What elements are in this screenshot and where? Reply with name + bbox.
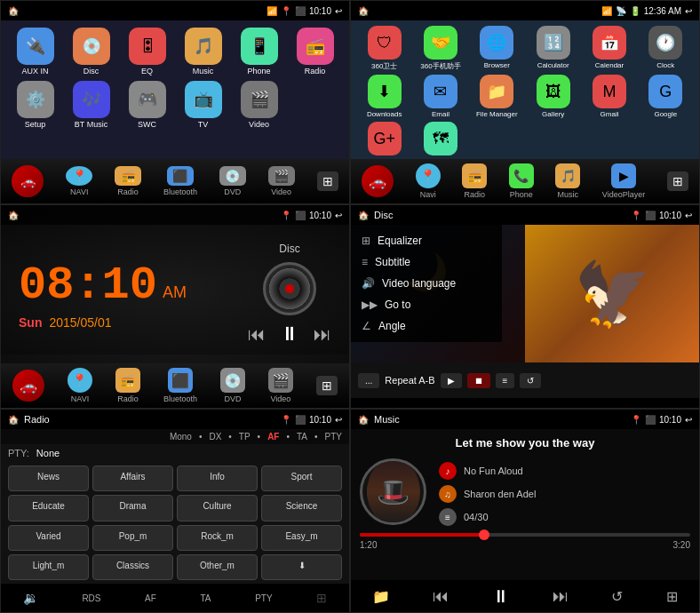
play-pause-button[interactable]: ⏸ — [280, 322, 299, 346]
disc-circle — [263, 262, 316, 315]
genre-science[interactable]: Science — [261, 495, 342, 521]
nav-item-dvd[interactable]: 💿 DVD — [219, 166, 246, 196]
app-clock[interactable]: 🕐 Clock — [640, 26, 692, 71]
indicator-dot3: • — [258, 432, 261, 442]
nav-video-p3[interactable]: 🎬 Video — [268, 368, 293, 403]
genre-pop-m[interactable]: Pop_m — [92, 525, 173, 551]
menu-dots-button[interactable]: ... — [358, 373, 379, 388]
nav-videoplayer-p2[interactable]: ▶ VideoPlayer — [602, 163, 645, 199]
genre-rock-m[interactable]: Rock_m — [177, 525, 258, 551]
artist2-row: ♫ Sharon den Adel — [439, 485, 690, 503]
progress-fill — [360, 533, 485, 537]
location-icon-p3: 📍 — [281, 211, 291, 220]
app-setup[interactable]: ⚙️ Setup — [10, 81, 60, 129]
genre-easy-m[interactable]: Easy_m — [261, 525, 342, 551]
af-button[interactable]: AF — [145, 593, 156, 603]
genre-more[interactable]: ⬇ — [261, 554, 342, 580]
app-file-manager[interactable]: 📁 File Manager — [471, 75, 523, 118]
app-video[interactable]: 🎬 Video — [234, 81, 284, 129]
app-gmail[interactable]: M Gmail — [583, 75, 635, 118]
genre-other-m[interactable]: Other_m — [177, 554, 258, 580]
play-pause-button-p6[interactable]: ⏸ — [492, 586, 510, 607]
nav-dvd-p3[interactable]: 💿 DVD — [220, 368, 245, 403]
app-aux-in[interactable]: 🔌 AUX IN — [10, 28, 60, 76]
nav-music-p2[interactable]: 🎵 Music — [555, 163, 580, 199]
next-button[interactable]: ⏭ — [314, 324, 331, 345]
nav-car-p3[interactable]: 🚗 — [12, 370, 44, 402]
date-line: Sun 2015/05/01 — [19, 315, 187, 330]
nav-radio-p2[interactable]: 📻 Radio — [462, 163, 487, 199]
bottom-nav-p3: 🚗 📍 NAVI 📻 Radio ⬛ Bluetooth 💿 DVD 🎬 Vid… — [1, 363, 349, 408]
nav-item-video[interactable]: 🎬 Video — [268, 166, 295, 196]
nav-radio-p3[interactable]: 📻 Radio — [115, 368, 140, 403]
genre-varied[interactable]: Varied — [8, 525, 89, 551]
status-bar-p1: 🏠 📶 📍 ⬛ 10:10 ↩ — [1, 1, 349, 20]
app-swc[interactable]: 🎮 SWC — [122, 81, 172, 129]
next-button-p6[interactable]: ⏭ — [553, 587, 569, 606]
app-tv[interactable]: 📺 TV — [178, 81, 228, 129]
ta-button[interactable]: TA — [200, 593, 211, 603]
music-controls-bar: 📁 ⏮ ⏸ ⏭ ↺ ⊞ — [351, 580, 699, 612]
pty-button[interactable]: PTY — [255, 593, 272, 603]
prev-button[interactable]: ⏮ — [248, 324, 266, 345]
menu-goto[interactable]: ▶▶ Go to — [351, 294, 502, 315]
genre-drama[interactable]: Drama — [92, 495, 173, 521]
genre-news[interactable]: News — [8, 466, 89, 491]
app-eq[interactable]: 🎛 EQ — [122, 28, 172, 76]
genre-light-m[interactable]: Light_m — [8, 554, 89, 580]
app-bt-music[interactable]: 🎶 BT Music — [66, 81, 116, 129]
folder-button[interactable]: 📁 — [372, 588, 390, 605]
progress-bar[interactable] — [360, 533, 690, 537]
play-button-p4[interactable]: ▶ — [441, 373, 462, 388]
nav-car-p2[interactable]: 🚗 — [362, 165, 394, 197]
app-google[interactable]: G Google — [640, 75, 692, 118]
app-360-security[interactable]: 🛡 360卫士 — [358, 26, 410, 71]
genre-educate[interactable]: Educate — [8, 495, 89, 521]
nav-navi-p2[interactable]: 📍 Navi — [416, 163, 441, 199]
app-calculator[interactable]: 🔢 Calculator — [527, 26, 579, 71]
list-button-p4[interactable]: ≡ — [496, 373, 515, 388]
home-icon-p1: 🏠 — [8, 6, 19, 16]
indicator-ta: TA — [297, 432, 307, 442]
tv-icon: 📺 — [185, 81, 222, 118]
grid-button-p3[interactable]: ⊞ — [316, 376, 338, 395]
nav-phone-p2[interactable]: 📞 Phone — [509, 163, 534, 199]
grid-button-p2[interactable]: ⊞ — [667, 171, 688, 191]
app-music[interactable]: 🎵 Music — [178, 28, 228, 76]
app-browser[interactable]: 🌐 Browser — [471, 26, 523, 71]
time-row: 1:20 3:20 — [360, 540, 690, 550]
nav-item-navi[interactable]: 📍 NAVI — [66, 166, 92, 196]
nav-navi-p3[interactable]: 📍 NAVI — [68, 368, 92, 403]
app-disc[interactable]: 💿 Disc — [66, 28, 116, 76]
genre-culture[interactable]: Culture — [177, 495, 258, 521]
more-button-p6[interactable]: ⊞ — [666, 588, 678, 605]
app-calendar[interactable]: 📅 Calendar — [583, 26, 635, 71]
indicator-dot4: • — [286, 432, 290, 442]
nav-item-bluetooth[interactable]: ⬛ Bluetooth — [163, 166, 197, 196]
app-gallery[interactable]: 🖼 Gallery — [527, 75, 579, 118]
rds-button[interactable]: RDS — [82, 593, 100, 603]
repeat-button-p6[interactable]: ↺ — [611, 588, 623, 605]
app-radio[interactable]: 📻 Radio — [290, 28, 340, 76]
nav-bluetooth-p3[interactable]: ⬛ Bluetooth — [163, 368, 197, 403]
menu-video-language[interactable]: 🔊 Video language — [351, 273, 502, 294]
genre-affairs[interactable]: Affairs — [92, 466, 173, 491]
genre-info[interactable]: Info — [177, 466, 258, 491]
genre-sport[interactable]: Sport — [261, 466, 342, 491]
360-assistant-icon: 🤝 — [424, 26, 457, 60]
app-email[interactable]: ✉ Email — [414, 75, 466, 118]
nav-item-car[interactable]: 🚗 — [12, 165, 44, 197]
genre-classics[interactable]: Classics — [92, 554, 173, 580]
grid-button[interactable]: ⊞ — [317, 171, 338, 191]
menu-angle[interactable]: ∠ Angle — [351, 315, 502, 337]
prev-button-p6[interactable]: ⏮ — [433, 587, 449, 606]
stop-button-p4[interactable]: ⏹ — [467, 373, 490, 388]
menu-equalizer[interactable]: ⊞ Equalizer — [351, 230, 502, 251]
repeat-button-p4[interactable]: ↺ — [520, 373, 541, 388]
app-phone[interactable]: 📱 Phone — [234, 28, 284, 76]
app-360-assistant[interactable]: 🤝 360手机助手 — [414, 26, 466, 71]
app-downloads[interactable]: ⬇ Downloads — [358, 75, 410, 118]
nav-item-radio[interactable]: 📻 Radio — [115, 166, 141, 196]
video-nav-icon: 🎬 — [268, 166, 295, 186]
menu-subtitle[interactable]: ≡ Subtitle — [351, 251, 502, 273]
